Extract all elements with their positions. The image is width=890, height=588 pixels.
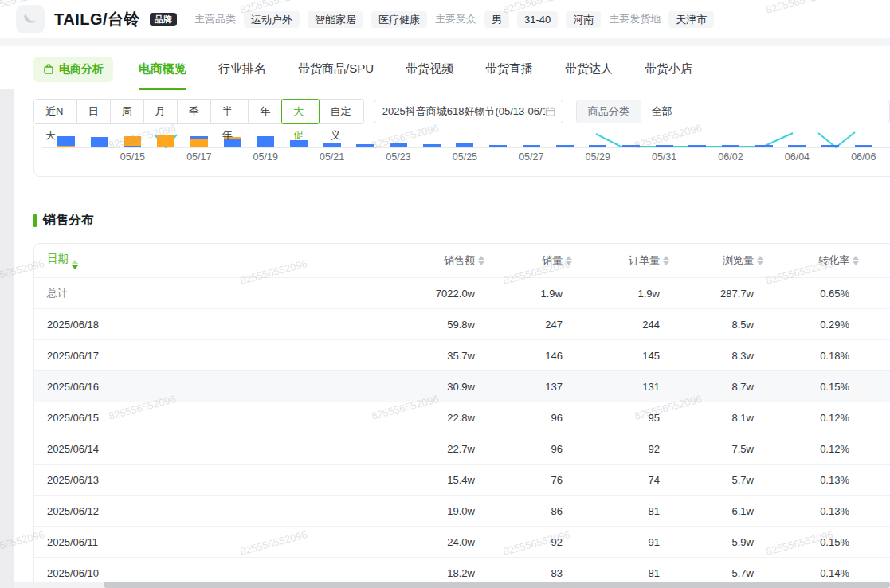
x-tick-label: 06/02: [718, 151, 743, 163]
sales-cell: 30.9w: [400, 381, 488, 393]
sort-icon[interactable]: [660, 256, 672, 265]
orders-cell: 1.9w: [575, 288, 672, 300]
tab-行业排名[interactable]: 行业排名: [218, 46, 266, 92]
ecommerce-analysis-label: 电商分析: [59, 62, 104, 76]
volume-cell: 137: [488, 381, 575, 393]
chart-bar-05/27[interactable]: [523, 145, 540, 147]
chart-bar-06/01[interactable]: [688, 145, 706, 147]
chart-bar-05/30[interactable]: [622, 145, 640, 147]
column-header-日期[interactable]: 日期: [34, 252, 400, 269]
chart-bar-05/29[interactable]: [589, 145, 606, 147]
period-button-日[interactable]: 日: [77, 100, 111, 123]
product-category-value: 全部: [641, 100, 684, 123]
chart-bar-05/25[interactable]: [456, 143, 473, 147]
orders-cell: 95: [575, 412, 672, 424]
chart-bar-06/02[interactable]: [722, 145, 739, 147]
table-total-row[interactable]: 总计7022.0w1.9w1.9w287.7w0.65%: [34, 277, 890, 308]
chart-bar-06/05[interactable]: [821, 145, 839, 147]
period-button-大促[interactable]: 大促: [281, 99, 320, 124]
column-header-浏览量[interactable]: 浏览量: [672, 253, 766, 268]
period-button-近N天[interactable]: 近N天: [34, 100, 77, 123]
bar-segment-blue: [788, 145, 806, 147]
tab-带货视频[interactable]: 带货视频: [406, 46, 453, 92]
date-cell: 2025/06/13: [34, 474, 400, 486]
product-category-select[interactable]: 商品分类 全部: [576, 100, 890, 123]
volume-cell: 247: [488, 319, 575, 331]
chart-bar-05/17[interactable]: [190, 136, 208, 147]
x-tick-label: 06/06: [851, 151, 876, 163]
date-cell: 2025/06/16: [34, 381, 400, 393]
chart-bar-05/31[interactable]: [656, 145, 673, 147]
sort-down-arrow: [853, 261, 859, 265]
section-accent-bar: [33, 214, 37, 227]
bar-segment-blue: [456, 143, 473, 147]
bar-segment-blue: [124, 146, 141, 147]
meta-tag: 河南: [566, 11, 601, 28]
table-row[interactable]: 2025/06/1735.7w1461458.3w0.18%: [34, 339, 890, 370]
period-button-周[interactable]: 周: [111, 100, 144, 123]
chart-bar-05/24[interactable]: [423, 144, 441, 147]
meta-label: 主要受众: [435, 12, 476, 26]
bar-segment-blue: [390, 143, 407, 147]
volume-cell: 83: [488, 567, 575, 579]
period-button-年[interactable]: 年: [249, 100, 282, 123]
chart-bar-05/26[interactable]: [489, 145, 507, 147]
tab-带货直播[interactable]: 带货直播: [485, 46, 533, 92]
chart-bar-06/06[interactable]: [855, 145, 872, 147]
column-header-销售额[interactable]: 销售额: [400, 253, 488, 268]
chart-bar-05/16[interactable]: [157, 135, 174, 147]
sort-down-arrow: [72, 265, 78, 269]
chart-bar-06/03[interactable]: [755, 145, 773, 147]
column-header-转化率[interactable]: 转化率: [766, 253, 862, 268]
horizontal-scrollbar-thumb[interactable]: [104, 582, 890, 588]
tab-带货小店[interactable]: 带货小店: [645, 46, 692, 92]
sort-up-arrow: [72, 260, 78, 264]
table-row[interactable]: 2025/06/1422.7w96927.5w0.12%: [34, 433, 890, 464]
column-header-label: 日期: [47, 253, 69, 265]
views-cell: 5.7w: [672, 474, 766, 486]
table-row[interactable]: 2025/06/1124.0w92915.9w0.15%: [34, 526, 890, 557]
horizontal-scrollbar[interactable]: [14, 582, 890, 588]
chart-bar-05/13[interactable]: [57, 136, 75, 147]
sort-icon[interactable]: [849, 256, 862, 265]
sort-icon[interactable]: [69, 260, 81, 269]
table-row[interactable]: 2025/06/1219.0w86816.1w0.13%: [34, 495, 890, 526]
column-header-销量[interactable]: 销量: [488, 253, 575, 268]
chart-bar-05/15[interactable]: [124, 136, 141, 147]
period-button-自定义[interactable]: 自定义: [319, 100, 363, 123]
chart-bar-05/23[interactable]: [390, 143, 407, 147]
brand-logo-swoosh-icon: [21, 10, 40, 29]
table-row[interactable]: 2025/06/1859.8w2472448.5w0.29%: [34, 308, 890, 339]
cvr-cell: 0.15%: [766, 381, 862, 393]
ecommerce-analysis-pill[interactable]: 电商分析: [33, 57, 113, 82]
date-cell: 2025/06/17: [34, 350, 400, 362]
chart-bar-05/14[interactable]: [91, 137, 108, 147]
tab-带货商品/SPU[interactable]: 带货商品/SPU: [298, 46, 374, 92]
sort-icon[interactable]: [475, 256, 488, 265]
chart-bar-05/28[interactable]: [556, 145, 574, 147]
sort-icon[interactable]: [754, 256, 766, 265]
meta-tag: 天津市: [668, 11, 714, 28]
filter-bar: 近N天日周月季半年年大促自定义 2025抖音商城618好物节(05/13-06/…: [33, 100, 890, 123]
ecommerce-analytics-page: TAILG/台铃 品牌 主营品类运动户外智能家居医疗健康主要受众男31-40河南…: [0, 0, 890, 588]
period-button-半年[interactable]: 半年: [211, 100, 249, 123]
tab-电商概览[interactable]: 电商概览: [139, 46, 186, 92]
tab-带货达人[interactable]: 带货达人: [565, 46, 613, 92]
table-row[interactable]: 2025/06/1630.9w1371318.7w0.15%: [34, 370, 890, 402]
sales-trend-chart[interactable]: 05/1505/1705/1905/2105/2305/2505/2705/29…: [33, 126, 890, 177]
column-header-订单量[interactable]: 订单量: [575, 253, 672, 268]
period-button-季[interactable]: 季: [178, 100, 211, 123]
sort-up-arrow: [663, 256, 669, 260]
chart-bar-06/04[interactable]: [788, 145, 806, 147]
x-tick-label: 05/15: [120, 151, 145, 163]
chart-bar-05/19[interactable]: [257, 136, 274, 147]
period-button-月[interactable]: 月: [144, 100, 178, 123]
table-row[interactable]: 2025/06/1315.4w76745.7w0.13%: [34, 464, 890, 495]
orders-cell: 92: [575, 443, 672, 455]
column-header-label: 订单量: [629, 253, 660, 268]
orders-cell: 244: [575, 319, 672, 331]
table-row[interactable]: 2025/06/1522.8w96958.1w0.12%: [34, 402, 890, 433]
chart-bar-05/22[interactable]: [356, 144, 374, 147]
promo-date-range-select[interactable]: 2025抖音商城618好物节(05/13-06/18: [374, 100, 563, 123]
sort-icon[interactable]: [563, 256, 575, 265]
